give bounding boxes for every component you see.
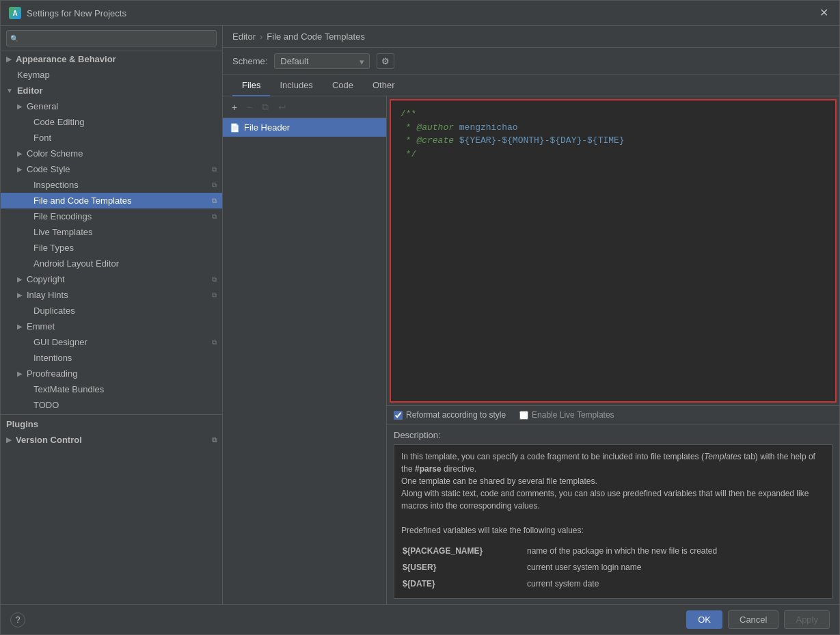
apply-button[interactable]: Apply xyxy=(784,610,830,629)
live-templates-checkbox[interactable] xyxy=(519,411,528,420)
copy-icon-inlay: ⧉ xyxy=(212,291,217,299)
var-name-1: ${PACKAGE_NAME} xyxy=(403,546,483,556)
copy-icon-copyright: ⧉ xyxy=(212,275,217,284)
sidebar-label-inspections: Inspections xyxy=(33,180,79,190)
arrow-icon-color-scheme: ▶ xyxy=(17,150,23,157)
sidebar-label-plugins: Plugins xyxy=(6,419,38,429)
app-icon: A xyxy=(9,7,21,19)
sidebar-item-code-editing[interactable]: Code Editing xyxy=(1,114,222,130)
code-editor-area: /** * @author mengzhichao * @create ${YE… xyxy=(387,96,839,604)
bottom-bar: ? OK Cancel Apply xyxy=(1,604,839,634)
sidebar-label-android-layout: Android Layout Editor xyxy=(33,258,119,269)
sidebar-item-font[interactable]: Font xyxy=(1,130,222,146)
reformat-checkbox[interactable] xyxy=(394,411,403,420)
description-area: Description: In this template, you can s… xyxy=(387,424,839,604)
title-bar-left: A Settings for New Projects xyxy=(9,7,126,19)
sidebar-item-appearance[interactable]: ▶ Appearance & Behavior xyxy=(1,51,222,67)
var-row-1: ${PACKAGE_NAME} name of the package in w… xyxy=(403,543,824,558)
arrow-icon-code-style: ▶ xyxy=(17,165,23,173)
tab-includes[interactable]: Includes xyxy=(270,75,322,96)
file-header-icon: 📄 xyxy=(230,123,240,133)
sidebar-item-todo[interactable]: TODO xyxy=(1,397,222,413)
add-template-button[interactable]: + xyxy=(228,100,241,115)
sidebar-label-file-encodings: File Encodings xyxy=(33,211,92,221)
copy-icon-file-templates: ⧉ xyxy=(212,197,217,205)
tab-code[interactable]: Code xyxy=(323,75,363,96)
ok-button[interactable]: OK xyxy=(686,610,722,629)
scheme-select-wrap: Default Project xyxy=(274,53,370,69)
sidebar-item-file-templates[interactable]: File and Code Templates ⧉ xyxy=(1,193,222,208)
reformat-label: Reformat according to style xyxy=(406,410,506,420)
breadcrumb-sep: › xyxy=(260,31,262,42)
sidebar-item-live-templates[interactable]: Live Templates xyxy=(1,224,222,240)
sidebar-item-proofreading[interactable]: ▶ Proofreading xyxy=(1,366,222,381)
search-input[interactable] xyxy=(6,30,217,46)
desc-text-2: One template can be shared by several fi… xyxy=(401,475,825,487)
sidebar-item-version-control[interactable]: ▶ Version Control ⧉ xyxy=(1,432,222,448)
desc-text-1: In this template, you can specify a code… xyxy=(401,450,825,475)
sidebar-item-inspections[interactable]: Inspections ⧉ xyxy=(1,177,222,193)
sidebar-item-emmet[interactable]: ▶ Emmet xyxy=(1,319,222,334)
sidebar-label-file-types: File Types xyxy=(33,243,74,253)
var-desc-3: current system date xyxy=(527,576,824,591)
reset-template-button[interactable]: ↩ xyxy=(275,100,290,115)
sidebar-label-intentions: Intentions xyxy=(33,353,72,363)
sidebar-item-inlay-hints[interactable]: ▶ Inlay Hints ⧉ xyxy=(1,287,222,303)
variables-table: ${PACKAGE_NAME} name of the package in w… xyxy=(401,542,825,593)
help-button[interactable]: ? xyxy=(10,612,25,627)
sidebar-item-intentions[interactable]: Intentions xyxy=(1,350,222,366)
sidebar-item-color-scheme[interactable]: ▶ Color Scheme xyxy=(1,146,222,161)
live-templates-label: Enable Live Templates xyxy=(532,410,614,420)
dialog-title: Settings for New Projects xyxy=(27,8,126,18)
breadcrumb: Editor › File and Code Templates xyxy=(223,26,839,48)
remove-template-button[interactable]: − xyxy=(243,100,256,115)
sidebar-label-textmate: TextMate Bundles xyxy=(33,384,104,394)
arrow-icon-vc: ▶ xyxy=(6,436,12,444)
template-item-label: File Header xyxy=(244,122,290,133)
code-editor[interactable]: /** * @author mengzhichao * @create ${YE… xyxy=(390,99,837,403)
sidebar-label-vc: Version Control xyxy=(16,435,82,445)
var-name-3: ${DATE} xyxy=(403,579,435,589)
var-desc-1: name of the package in which the new fil… xyxy=(527,543,824,558)
sidebar-item-duplicates[interactable]: Duplicates xyxy=(1,303,222,319)
sidebar-item-code-style[interactable]: ▶ Code Style ⧉ xyxy=(1,161,222,177)
sidebar-item-textmate[interactable]: TextMate Bundles xyxy=(1,381,222,397)
template-section: + − ⧉ ↩ 📄 File Header /** xyxy=(223,96,839,604)
copy-template-button[interactable]: ⧉ xyxy=(258,99,272,115)
options-bar: Reformat according to style Enable Live … xyxy=(387,405,839,424)
sidebar-label-appearance: Appearance & Behavior xyxy=(16,54,116,64)
sidebar-label-gui-designer: GUI Designer xyxy=(33,337,87,347)
gear-button[interactable]: ⚙ xyxy=(377,53,394,69)
cancel-button[interactable]: Cancel xyxy=(728,610,778,629)
sidebar-item-file-types[interactable]: File Types xyxy=(1,240,222,256)
sidebar-label-code-style: Code Style xyxy=(27,164,70,174)
sidebar-item-editor[interactable]: ▼ Editor xyxy=(1,83,222,98)
copy-icon-gui: ⧉ xyxy=(212,338,217,347)
template-list: 📄 File Header xyxy=(223,118,386,604)
sidebar-item-copyright[interactable]: ▶ Copyright ⧉ xyxy=(1,271,222,287)
scheme-select[interactable]: Default Project xyxy=(274,53,370,69)
tab-files[interactable]: Files xyxy=(232,75,270,96)
sidebar-item-plugins[interactable]: Plugins xyxy=(1,416,222,432)
var-row-2: ${USER} current user system login name xyxy=(403,560,824,575)
sidebar-item-gui-designer[interactable]: GUI Designer ⧉ xyxy=(1,334,222,350)
sidebar-label-inlay-hints: Inlay Hints xyxy=(27,290,68,300)
template-item-file-header[interactable]: 📄 File Header xyxy=(223,118,386,137)
sidebar-label-copyright: Copyright xyxy=(27,274,65,284)
sidebar-item-file-encodings[interactable]: File Encodings ⧉ xyxy=(1,208,222,224)
arrow-icon-emmet: ▶ xyxy=(17,323,23,330)
arrow-icon-proofreading: ▶ xyxy=(17,370,23,377)
sidebar-item-android-layout[interactable]: Android Layout Editor xyxy=(1,256,222,271)
tab-other[interactable]: Other xyxy=(363,75,405,96)
separator xyxy=(1,414,222,415)
code-line-1: /** xyxy=(401,107,826,121)
copy-icon-encodings: ⧉ xyxy=(212,213,217,221)
close-button[interactable]: ✕ xyxy=(817,6,831,20)
sidebar-label-color-scheme: Color Scheme xyxy=(27,148,83,159)
search-wrap xyxy=(6,30,217,46)
code-line-3: * @create ${YEAR}-${MONTH}-${DAY}-${TIME… xyxy=(401,134,826,148)
description-box: In this template, you can specify a code… xyxy=(394,444,832,599)
sidebar-label-font: Font xyxy=(33,133,51,143)
sidebar-item-general[interactable]: ▶ General xyxy=(1,98,222,114)
sidebar-item-keymap[interactable]: Keymap xyxy=(1,67,222,83)
